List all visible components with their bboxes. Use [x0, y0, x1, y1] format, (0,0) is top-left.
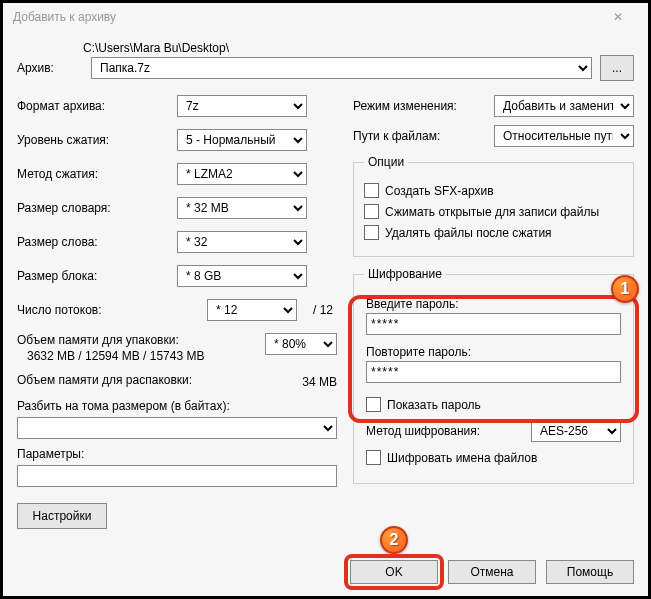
- enc-method-select[interactable]: AES-256: [531, 420, 621, 442]
- browse-button[interactable]: ...: [600, 55, 634, 81]
- dict-select[interactable]: * 32 MB: [177, 197, 307, 219]
- params-input[interactable]: [17, 465, 337, 487]
- dialog-window: Добавить к архиву C:\Users\Mara Bu\Deskt…: [3, 3, 648, 596]
- left-column: Формат архива: 7z Уровень сжатия: 5 - Но…: [17, 95, 337, 529]
- password-confirm-label: Повторите пароль:: [366, 345, 621, 359]
- window-title: Добавить к архиву: [13, 10, 598, 24]
- cancel-button[interactable]: Отмена: [448, 560, 536, 584]
- mem-unpack-label: Объем памяти для распаковки:: [17, 373, 192, 387]
- threads-select[interactable]: * 12: [207, 299, 297, 321]
- method-select[interactable]: * LZMA2: [177, 163, 307, 185]
- sfx-checkbox[interactable]: [364, 183, 379, 198]
- password-input[interactable]: [366, 313, 621, 335]
- word-label: Размер слова:: [17, 235, 177, 249]
- threads-label: Число потоков:: [17, 303, 207, 317]
- show-password-checkbox[interactable]: [366, 397, 381, 412]
- level-select[interactable]: 5 - Нормальный: [177, 129, 307, 151]
- encrypt-names-label: Шифровать имена файлов: [387, 451, 537, 465]
- open-files-label: Сжимать открытые для записи файлы: [385, 205, 599, 219]
- help-button[interactable]: Помощь: [546, 560, 634, 584]
- threads-max: / 12: [297, 303, 337, 317]
- dict-label: Размер словаря:: [17, 201, 177, 215]
- close-icon[interactable]: [598, 3, 638, 31]
- sfx-label: Создать SFX-архив: [385, 184, 494, 198]
- archive-name-select[interactable]: Папка.7z: [91, 57, 592, 79]
- split-label: Разбить на тома размером (в байтах):: [17, 399, 337, 413]
- method-label: Метод сжатия:: [17, 167, 177, 181]
- paths-select[interactable]: Относительные пути: [494, 125, 634, 147]
- level-label: Уровень сжатия:: [17, 133, 177, 147]
- block-select[interactable]: * 8 GB: [177, 265, 307, 287]
- mem-unpack-value: 34 MB: [302, 373, 337, 389]
- encryption-legend: Шифрование: [364, 267, 446, 281]
- dialog-buttons: 2 OK Отмена Помощь: [350, 560, 634, 584]
- paths-label: Пути к файлам:: [353, 129, 486, 143]
- ok-button[interactable]: OK: [350, 560, 438, 584]
- mem-pack-label: Объем памяти для упаковки:: [17, 333, 204, 347]
- annotation-badge-2: 2: [380, 526, 408, 554]
- enc-method-label: Метод шифрования:: [366, 424, 523, 438]
- block-label: Размер блока:: [17, 269, 177, 283]
- show-password-label: Показать пароль: [387, 398, 481, 412]
- annotation-badge-1: 1: [611, 275, 639, 303]
- format-label: Формат архива:: [17, 99, 177, 113]
- format-select[interactable]: 7z: [177, 95, 307, 117]
- mem-pack-values: 3632 MB / 12594 MB / 15743 MB: [27, 349, 204, 363]
- options-legend: Опции: [364, 155, 408, 169]
- right-column: Режим изменения: Добавить и заменить Пут…: [353, 95, 634, 529]
- mode-select[interactable]: Добавить и заменить: [494, 95, 634, 117]
- titlebar: Добавить к архиву: [3, 3, 648, 31]
- open-files-checkbox[interactable]: [364, 204, 379, 219]
- archive-path: C:\Users\Mara Bu\Desktop\: [17, 41, 634, 55]
- mode-label: Режим изменения:: [353, 99, 486, 113]
- params-label: Параметры:: [17, 447, 337, 461]
- archive-label: Архив:: [17, 61, 83, 75]
- delete-label: Удалять файлы после сжатия: [385, 226, 552, 240]
- encryption-group: Шифрование 1 Введите пароль: Повторите п…: [353, 267, 634, 484]
- split-select[interactable]: [17, 417, 337, 439]
- password-confirm-input[interactable]: [366, 361, 621, 383]
- word-select[interactable]: * 32: [177, 231, 307, 253]
- settings-button[interactable]: Настройки: [17, 503, 107, 529]
- mem-pack-pct-select[interactable]: * 80%: [265, 333, 337, 355]
- encrypt-names-checkbox[interactable]: [366, 450, 381, 465]
- delete-checkbox[interactable]: [364, 225, 379, 240]
- password-label: Введите пароль:: [366, 297, 621, 311]
- options-group: Опции Создать SFX-архив Сжимать открытые…: [353, 155, 634, 257]
